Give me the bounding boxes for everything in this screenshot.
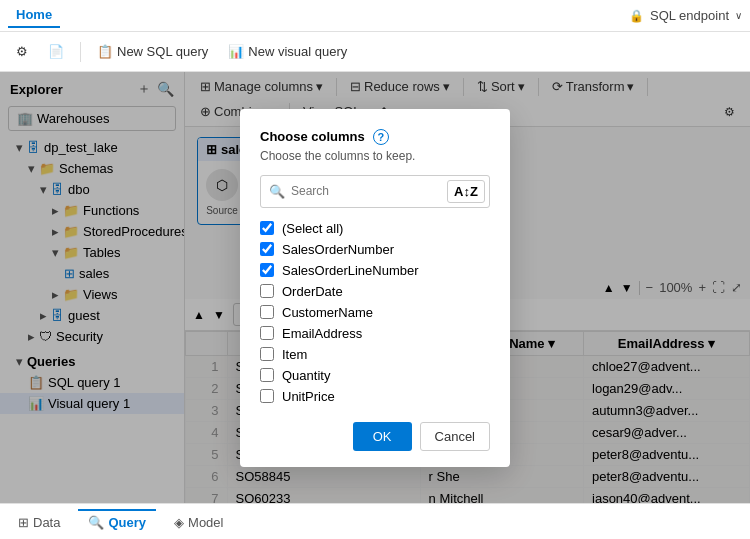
tab-query[interactable]: 🔍 Query — [78, 509, 156, 534]
column-checkbox-6[interactable] — [260, 347, 274, 361]
modal-search-box[interactable]: 🔍 A↕Z — [260, 175, 490, 208]
gear-icon: ⚙ — [16, 44, 28, 59]
settings-button[interactable]: ⚙ — [8, 40, 36, 63]
cancel-button[interactable]: Cancel — [420, 422, 490, 451]
column-checkbox-5[interactable] — [260, 326, 274, 340]
checkbox-item[interactable]: TaxAmount — [260, 407, 490, 408]
chevron-down-icon[interactable]: ∨ — [735, 10, 742, 21]
column-checkbox-4[interactable] — [260, 305, 274, 319]
model-icon: ◈ — [174, 515, 184, 530]
title-bar-left: Home — [8, 3, 60, 28]
toolbar: ⚙ 📄 📋 New SQL query 📊 New visual query — [0, 32, 750, 72]
column-checkbox-7[interactable] — [260, 368, 274, 382]
choose-columns-modal: Choose columns ? Choose the columns to k… — [240, 109, 510, 467]
data-icon: ⊞ — [18, 515, 29, 530]
checkbox-item[interactable]: SalesOrderLineNumber — [260, 260, 490, 281]
modal-subtitle: Choose the columns to keep. — [260, 149, 490, 163]
sql-icon: 📋 — [97, 44, 113, 59]
help-icon[interactable]: ? — [373, 129, 389, 145]
file-button[interactable]: 📄 — [40, 40, 72, 63]
title-bar: Home 🔒 SQL endpoint ∨ — [0, 0, 750, 32]
query-icon: 🔍 — [88, 515, 104, 530]
sort-az-button[interactable]: A↕Z — [447, 180, 485, 203]
column-checkbox-0[interactable] — [260, 221, 274, 235]
visual-icon: 📊 — [228, 44, 244, 59]
lock-icon: 🔒 — [629, 9, 644, 23]
tab-data[interactable]: ⊞ Data — [8, 509, 70, 534]
new-sql-button[interactable]: 📋 New SQL query — [89, 40, 216, 63]
column-checkbox-1[interactable] — [260, 242, 274, 256]
toolbar-separator — [80, 42, 81, 62]
checkbox-item[interactable]: EmailAddress — [260, 323, 490, 344]
checkbox-item[interactable]: (Select all) — [260, 218, 490, 239]
modal-overlay: Choose columns ? Choose the columns to k… — [0, 72, 750, 503]
modal-title: Choose columns ? — [260, 129, 490, 145]
column-checkbox-8[interactable] — [260, 389, 274, 403]
column-checkbox-3[interactable] — [260, 284, 274, 298]
modal-search-input[interactable] — [291, 184, 441, 198]
title-bar-right: 🔒 SQL endpoint ∨ — [629, 8, 742, 23]
search-icon: 🔍 — [269, 184, 285, 199]
ok-button[interactable]: OK — [353, 422, 412, 451]
home-tab[interactable]: Home — [8, 3, 60, 28]
column-checkbox-2[interactable] — [260, 263, 274, 277]
endpoint-label: SQL endpoint — [650, 8, 729, 23]
checkbox-item[interactable]: SalesOrderNumber — [260, 239, 490, 260]
checkbox-item[interactable]: Item — [260, 344, 490, 365]
tab-model[interactable]: ◈ Model — [164, 509, 233, 534]
status-bar: ⊞ Data 🔍 Query ◈ Model — [0, 503, 750, 539]
file-icon: 📄 — [48, 44, 64, 59]
checkbox-list: (Select all)SalesOrderNumberSalesOrderLi… — [260, 218, 490, 408]
checkbox-item[interactable]: CustomerName — [260, 302, 490, 323]
modal-actions: OK Cancel — [260, 422, 490, 451]
checkbox-item[interactable]: UnitPrice — [260, 386, 490, 407]
new-visual-button[interactable]: 📊 New visual query — [220, 40, 355, 63]
checkbox-item[interactable]: Quantity — [260, 365, 490, 386]
checkbox-item[interactable]: OrderDate — [260, 281, 490, 302]
